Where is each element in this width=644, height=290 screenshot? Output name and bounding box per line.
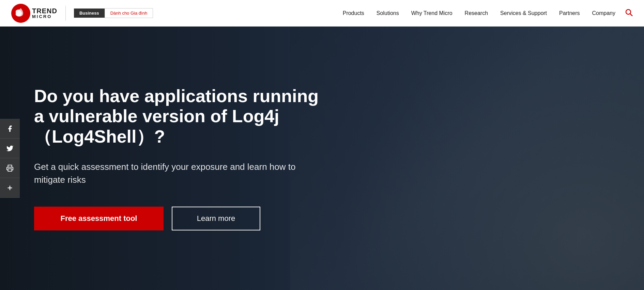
nav-item-company[interactable]: Company [592, 10, 615, 16]
nav-link-partners[interactable]: Partners [559, 10, 580, 16]
nav-item-why[interactable]: Why Trend Micro [411, 10, 453, 16]
hero-buttons: Free assessment tool Learn more [34, 207, 331, 230]
svg-line-2 [630, 14, 633, 16]
hero-title: Do you have applications running a vulne… [34, 86, 331, 147]
hero-subtitle: Get a quick assessment to identify your … [34, 161, 313, 186]
business-toggle[interactable]: Business [74, 9, 105, 18]
nav-toggle-group: Business Dành cho Gia đình [74, 8, 153, 18]
nav-link-services[interactable]: Services & Support [500, 10, 547, 16]
nav-link-solutions[interactable]: Solutions [377, 10, 399, 16]
hero-bg-overlay [337, 27, 644, 290]
logo-micro-label: MICRO [32, 14, 57, 19]
nav-link-company[interactable]: Company [592, 10, 615, 16]
logo-text: TREND MICRO [32, 7, 57, 19]
print-icon[interactable] [0, 158, 20, 178]
nav-item-research[interactable]: Research [465, 10, 488, 16]
hero-content: Do you have applications running a vulne… [0, 27, 358, 290]
learn-more-button[interactable]: Learn more [172, 207, 260, 230]
nav-item-partners[interactable]: Partners [559, 10, 580, 16]
free-assessment-button[interactable]: Free assessment tool [34, 207, 164, 230]
logo-trend-label: TREND [32, 7, 57, 14]
search-icon[interactable] [625, 9, 633, 18]
svg-rect-3 [8, 168, 12, 171]
nav-link-why[interactable]: Why Trend Micro [411, 10, 453, 16]
twitter-icon[interactable] [0, 139, 20, 158]
svg-point-1 [626, 10, 631, 14]
add-icon[interactable] [0, 178, 20, 198]
nav-divider [65, 6, 66, 21]
nav-item-services[interactable]: Services & Support [500, 10, 547, 16]
family-toggle[interactable]: Dành cho Gia đình [105, 8, 153, 18]
nav-item-products[interactable]: Products [343, 10, 364, 16]
nav-links: Products Solutions Why Trend Micro Resea… [343, 10, 615, 16]
nav-link-products[interactable]: Products [343, 10, 364, 16]
logo[interactable]: TREND MICRO [11, 3, 57, 23]
facebook-icon[interactable] [0, 119, 20, 139]
navbar: TREND MICRO Business Dành cho Gia đình P… [0, 0, 644, 27]
nav-item-solutions[interactable]: Solutions [377, 10, 399, 16]
logo-icon [11, 3, 31, 23]
nav-link-research[interactable]: Research [465, 10, 488, 16]
hero-section: Do you have applications running a vulne… [0, 27, 644, 290]
social-sidebar [0, 119, 20, 198]
